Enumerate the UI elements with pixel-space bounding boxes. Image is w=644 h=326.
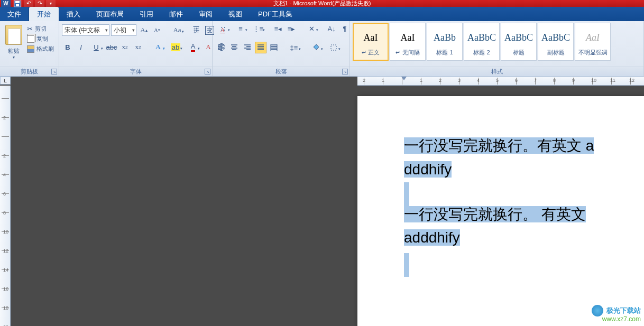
highlight-button[interactable]: ab xyxy=(168,41,183,53)
align-justify-button[interactable] xyxy=(255,42,266,53)
font-name-combo[interactable]: 宋体 (中文标 xyxy=(62,24,109,36)
line-spacing-button[interactable]: ‡≡ xyxy=(286,42,302,53)
brush-icon xyxy=(27,45,34,53)
decrease-indent-icon[interactable]: ≡◂ xyxy=(272,23,284,34)
tab-home[interactable]: 开始 xyxy=(29,7,59,21)
tab-mailings[interactable]: 邮件 xyxy=(161,7,191,21)
tab-view[interactable]: 视图 xyxy=(220,7,250,21)
superscript-button[interactable]: x2 xyxy=(132,41,144,53)
style-item[interactable]: AaBbC副标题 xyxy=(538,23,574,61)
style-preview: AaBbC xyxy=(467,27,496,49)
font-size-combo[interactable]: 小初 xyxy=(111,24,136,36)
selection-marker xyxy=(404,182,409,206)
style-item[interactable]: AaBb标题 1 xyxy=(427,23,463,61)
bold-button[interactable]: B xyxy=(62,41,73,53)
title-bar: W ↶ ↷ ▾ 文档1 - Microsoft Word(产品激活失败) xyxy=(0,0,644,7)
numbering-button[interactable]: ≡ xyxy=(233,23,249,34)
document-page[interactable]: 一行没写完就换行。有英文 a dddhify 一行没写完就换行。 有英文 add… xyxy=(357,96,644,326)
selected-text: dddhify xyxy=(404,161,452,178)
file-tab[interactable]: 文件 xyxy=(0,7,29,21)
ruler-tick: 1 xyxy=(383,78,383,85)
ruler-tick: 16 xyxy=(2,288,9,289)
style-preview: AaI xyxy=(401,27,415,49)
paragraph-1[interactable]: 一行没写完就换行。有英文 a dddhify xyxy=(404,134,644,182)
ruler-tick: 5 xyxy=(497,78,498,85)
ruler-tick: 2 xyxy=(2,117,9,118)
ruler-tick: 6 xyxy=(2,193,9,194)
align-distribute-button[interactable] xyxy=(268,42,280,53)
tab-references[interactable]: 引用 xyxy=(132,7,161,21)
redo-icon[interactable]: ↷ xyxy=(35,0,44,7)
style-item[interactable]: AaI↵ 正文 xyxy=(353,23,389,61)
ruler-tick xyxy=(2,98,9,99)
font-color-button[interactable]: A xyxy=(185,41,201,53)
asian-layout-button[interactable]: ✕ xyxy=(303,23,319,34)
increase-indent-icon[interactable]: ≡▸ xyxy=(286,23,297,34)
qat-more-icon[interactable]: ▾ xyxy=(46,0,56,7)
font-launcher-icon[interactable]: ↘ xyxy=(205,69,210,74)
format-painter-button[interactable]: 格式刷 xyxy=(27,45,54,53)
style-item[interactable]: AaI不明显强调 xyxy=(575,23,611,61)
save-icon[interactable] xyxy=(13,0,22,7)
ruler-corner-icon[interactable]: L xyxy=(0,77,11,85)
paragraph-2[interactable]: 一行没写完就换行。 有英文 adddhify xyxy=(404,203,644,250)
underline-button[interactable]: U xyxy=(88,41,104,53)
undo-icon[interactable]: ↶ xyxy=(24,0,33,7)
word-app-icon: W xyxy=(1,0,11,7)
style-item[interactable]: AaBbC标题 2 xyxy=(464,23,500,61)
style-name: 标题 xyxy=(513,49,525,57)
cut-label: 剪切 xyxy=(35,25,47,33)
style-item[interactable]: AaBbC标题 xyxy=(501,23,537,61)
borders-button[interactable] xyxy=(326,42,342,53)
ruler-tick: 2 xyxy=(364,78,364,85)
watermark-url: www.xz7.com xyxy=(592,315,641,323)
clipboard-launcher-icon[interactable]: ↘ xyxy=(51,69,57,74)
show-marks-icon[interactable]: ¶ xyxy=(339,23,351,34)
ruler-tick: 10 xyxy=(592,78,593,85)
editor-area: 一行没写完就换行。有英文 a dddhify 一行没写完就换行。 有英文 add… xyxy=(11,86,644,326)
selected-text: 一行没写完就换行。有英文 a xyxy=(404,137,594,154)
svg-rect-3 xyxy=(331,45,336,50)
strikethrough-button[interactable]: abc xyxy=(106,41,117,53)
ruler-tick: 1 xyxy=(421,78,421,85)
change-case-button[interactable]: Aa xyxy=(169,24,185,36)
multilevel-list-button[interactable]: ⋮≡ xyxy=(250,23,266,34)
paragraph-launcher-icon[interactable]: ↘ xyxy=(342,69,348,74)
vertical-ruler[interactable]: 224681012141618202224 xyxy=(0,86,11,326)
tab-insert[interactable]: 插入 xyxy=(59,7,88,21)
grow-font-icon[interactable]: A▴ xyxy=(138,24,150,36)
cut-button[interactable]: ✂ 剪切 xyxy=(27,25,54,33)
subscript-button[interactable]: x2 xyxy=(119,41,131,53)
watermark-logo-icon xyxy=(592,305,603,316)
sort-icon[interactable]: A↓ xyxy=(326,23,337,34)
style-item[interactable]: AaI↵ 无间隔 xyxy=(390,23,426,61)
align-right-button[interactable] xyxy=(242,42,253,53)
tab-pdf-tools[interactable]: PDF工具集 xyxy=(250,7,300,21)
svg-rect-1 xyxy=(15,1,20,3)
shading-button[interactable] xyxy=(308,42,324,53)
tab-review[interactable]: 审阅 xyxy=(191,7,220,21)
style-name: ↵ 无间隔 xyxy=(395,49,419,57)
italic-button[interactable]: I xyxy=(75,41,87,53)
ruler-tick: 14 xyxy=(2,269,9,270)
ruler-tick xyxy=(2,136,9,137)
ruler-tick: 4 xyxy=(2,174,9,175)
horizontal-ruler[interactable]: 2112345678910111213 xyxy=(357,77,644,86)
quick-access-toolbar: ↶ ↷ ▾ xyxy=(13,0,56,7)
style-name: 标题 2 xyxy=(473,49,490,57)
paragraph-group: ∷ ≡ ⋮≡ ≡◂ ≡▸ ✕ A↓ ¶ xyxy=(213,21,350,76)
text-effects-button[interactable]: A xyxy=(150,41,166,53)
ruler-tick: 4 xyxy=(478,78,479,85)
paste-button[interactable]: 粘贴 ▾ xyxy=(3,23,25,60)
align-left-button[interactable] xyxy=(215,42,227,53)
phonetic-guide-icon[interactable]: 拼 xyxy=(190,24,202,36)
copy-button[interactable]: 复制 xyxy=(27,35,54,43)
ruler-tick: 12 xyxy=(630,78,631,85)
bullets-button[interactable]: ∷ xyxy=(215,23,231,34)
style-preview: AaBbC xyxy=(541,27,570,49)
shrink-font-icon[interactable]: A▾ xyxy=(151,24,163,36)
ruler-tick: 11 xyxy=(611,78,612,85)
styles-group-label: 样式 xyxy=(350,67,643,76)
tab-page-layout[interactable]: 页面布局 xyxy=(88,7,132,21)
align-center-button[interactable] xyxy=(228,42,240,53)
